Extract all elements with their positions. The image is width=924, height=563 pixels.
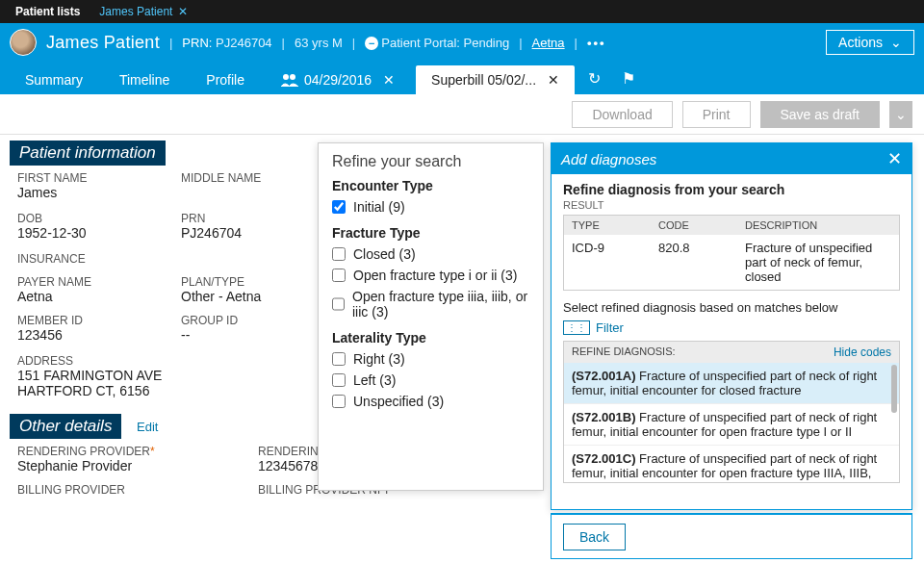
more-icon[interactable]: ••• [587, 36, 606, 50]
close-icon[interactable]: ✕ [178, 5, 188, 18]
checkbox-right[interactable]: Right (3) [332, 348, 529, 370]
tab-summary[interactable]: Summary [10, 65, 98, 94]
sliders-icon: ⋮⋮ [563, 320, 590, 335]
checkbox-closed[interactable]: Closed (3) [332, 243, 529, 265]
refine-diagnosis-heading: Refine diagnosis from your search [563, 182, 900, 197]
diagnosis-item[interactable]: (S72.001B) Fracture of unspecified part … [564, 404, 899, 446]
add-diagnoses-panel: Add diagnoses ✕ Refine diagnosis from yo… [551, 142, 912, 510]
rendering-label: RENDERING PROVIDER* [17, 445, 239, 458]
action-row: Download Print Save as draft ⌄ [0, 94, 924, 135]
payer-link[interactable]: Aetna [532, 36, 565, 50]
tab-profile[interactable]: Profile [191, 65, 260, 94]
prn-value: PJ246704 [181, 225, 335, 241]
prn: PRN: PJ246704 [182, 36, 271, 50]
billing-label: BILLING PROVIDER [17, 483, 239, 497]
result-code: 820.8 [658, 241, 745, 284]
result-desc: Fracture of unspecified part of neck of … [745, 241, 891, 284]
result-label: RESULT [563, 199, 900, 211]
save-draft-button[interactable]: Save as draft [760, 101, 881, 128]
first-name-label: FIRST NAME [17, 171, 162, 185]
member-label: MEMBER ID [17, 314, 162, 327]
svg-point-1 [290, 74, 295, 80]
save-dropdown-button[interactable]: ⌄ [889, 101, 912, 128]
hide-codes-link[interactable]: Hide codes [834, 345, 891, 359]
refine-diagnosis-list: REFINE DIAGNOSIS: Hide codes (S72.001A) … [563, 341, 900, 483]
patient-tab[interactable]: James Patient ✕ [91, 5, 195, 18]
payer-value: Aetna [17, 289, 162, 304]
close-icon[interactable]: ✕ [548, 72, 559, 88]
payer-label: PAYER NAME [17, 275, 162, 289]
tab-encounter[interactable]: 04/29/2016 ✕ [266, 65, 410, 94]
result-table: TYPE CODE DESCRIPTION ICD-9 820.8 Fractu… [563, 215, 900, 291]
other-details-header: Other details [10, 414, 121, 439]
select-instruction: Select refined diagnosis based on matche… [563, 300, 900, 315]
patient-banner: James Patient | PRN: PJ246704 | 63 yrs M… [0, 23, 924, 62]
refine-list-header: REFINE DIAGNOSIS: [572, 345, 676, 359]
print-button[interactable]: Print [682, 101, 751, 128]
prn-label: PRN [181, 212, 335, 225]
dob-value: 1952-12-30 [17, 225, 162, 241]
age-sex: 63 yrs M [295, 36, 343, 50]
history-icon[interactable]: ↻ [580, 63, 608, 94]
tab-timeline[interactable]: Timeline [104, 65, 185, 94]
people-icon [281, 73, 298, 87]
encounter-type-group: Encounter Type [332, 178, 529, 193]
checkbox-open3[interactable]: Open fracture type iiia, iiib, or iiic (… [332, 286, 529, 322]
col-code: CODE [658, 219, 745, 231]
checkbox-open12[interactable]: Open fracture type i or ii (3) [332, 265, 529, 286]
group-label: GROUP ID [181, 314, 335, 327]
address-label: ADDRESS [17, 354, 335, 368]
result-type: ICD-9 [572, 241, 658, 284]
checkbox-left[interactable]: Left (3) [332, 370, 529, 391]
edit-link[interactable]: Edit [137, 420, 158, 434]
patient-info-header: Patient information [10, 141, 166, 166]
portal-status: −Patient Portal: Pending [365, 36, 509, 50]
tab-strip: Summary Timeline Profile 04/29/2016 ✕ Su… [0, 62, 924, 94]
svg-point-0 [283, 74, 289, 80]
diagnosis-item[interactable]: (S72.001A) Fracture of unspecified part … [564, 363, 899, 404]
group-value: -- [181, 327, 335, 343]
first-name-value: James [17, 185, 162, 200]
result-row: ICD-9 820.8 Fracture of unspecified part… [564, 235, 899, 290]
insurance-label: INSURANCE [17, 252, 335, 266]
patient-name: James Patient [46, 33, 160, 53]
refine-title: Refine your search [332, 153, 529, 170]
topbar: Patient lists James Patient ✕ [0, 0, 924, 23]
col-type: TYPE [572, 219, 658, 231]
plan-label: PLAN/TYPE [181, 275, 335, 289]
refine-search-panel: Refine your search Encounter Type Initia… [318, 142, 544, 491]
address2-value: HARTFORD CT, 6156 [17, 383, 335, 398]
rendering-value: Stephanie Provider [17, 458, 239, 473]
avatar [10, 29, 37, 56]
diagnosis-item[interactable]: (S72.001C) Fracture of unspecified part … [564, 446, 899, 483]
patient-tab-label: James Patient [99, 5, 172, 18]
dob-label: DOB [17, 212, 162, 225]
plan-value: Other - Aetna [181, 289, 335, 304]
chevron-down-icon: ⌄ [890, 35, 902, 50]
close-icon[interactable]: ✕ [887, 148, 902, 169]
tab-superbill[interactable]: Superbill 05/02/... ✕ [416, 65, 575, 94]
checkbox-unspecified[interactable]: Unspecified (3) [332, 391, 529, 412]
laterality-type-group: Laterality Type [332, 330, 529, 345]
filter-link[interactable]: ⋮⋮ Filter [563, 320, 900, 335]
address1-value: 151 FARMINGTON AVE [17, 368, 335, 383]
close-icon[interactable]: ✕ [383, 72, 395, 88]
diag-panel-header: Add diagnoses ✕ [552, 143, 911, 174]
flag-icon[interactable]: ⚑ [614, 63, 643, 94]
back-button[interactable]: Back [563, 524, 626, 550]
scrollbar[interactable] [891, 365, 897, 413]
diag-panel-footer: Back [551, 513, 912, 559]
patient-lists-tab[interactable]: Patient lists [8, 5, 88, 18]
fracture-type-group: Fracture Type [332, 225, 529, 241]
download-button[interactable]: Download [572, 101, 672, 128]
minus-circle-icon: − [365, 37, 378, 50]
middle-name-label: MIDDLE NAME [181, 171, 335, 185]
col-desc: DESCRIPTION [745, 219, 891, 231]
checkbox-initial[interactable]: Initial (9) [332, 196, 529, 218]
actions-button[interactable]: Actions ⌄ [826, 30, 914, 55]
member-value: 123456 [17, 327, 162, 343]
